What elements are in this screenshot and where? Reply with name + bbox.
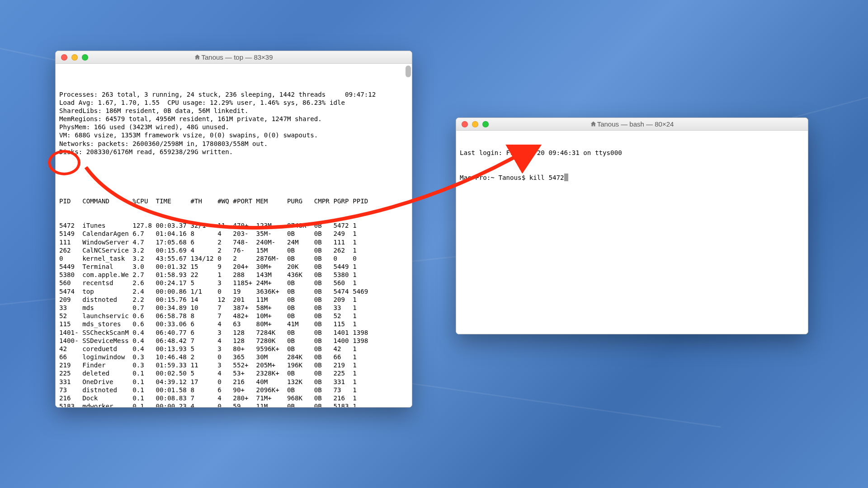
process-table-header: PID COMMAND %CPU TIME #TH #WQ #PORT MEM … [59, 197, 408, 205]
home-icon [590, 121, 596, 127]
summary-line: Processes: 263 total, 3 running, 24 stuc… [59, 90, 408, 99]
process-row: 73 distnoted 0.1 00:01.58 8 6 90+ 2096K+… [59, 386, 408, 394]
process-row: 33 mds 0.7 00:34.89 10 7 387+ 58M+ 0B 0B… [59, 304, 408, 312]
titlebar[interactable]: Tanous — top — 83×39 [56, 51, 412, 64]
window-title: Tanous — bash — 80×24 [456, 120, 808, 128]
process-row: 1400- SSDeviceMess 0.4 06:48.42 7 4 128 … [59, 337, 408, 345]
process-row: 66 loginwindow 0.3 10:46.48 2 0 365 30M … [59, 353, 408, 361]
window-title-text: Tanous — bash — 80×24 [597, 120, 674, 128]
summary-line: MemRegions: 64579 total, 4956M resident,… [59, 115, 408, 123]
process-row: 5449 Terminal 3.0 00:01.32 15 9 204+ 30M… [59, 263, 408, 271]
process-row: 560 recentsd 2.6 00:24.17 5 3 1185+ 24M+… [59, 279, 408, 287]
process-row: 216 Dock 0.1 00:08.83 7 4 280+ 71M+ 968K… [59, 394, 408, 402]
scrollbar-thumb[interactable] [406, 66, 411, 77]
process-row: 1401- SSCheckScanM 0.4 06:40.77 6 3 128 … [59, 328, 408, 337]
process-row: 52 launchservic 0.6 06:58.78 8 7 482+ 10… [59, 312, 408, 320]
process-row: 42 coreduetd 0.4 00:13.93 5 3 80+ 9596K+… [59, 345, 408, 353]
summary-line: Load Avg: 1.67, 1.70, 1.55 CPU usage: 12… [59, 99, 408, 107]
summary-line: Networks: packets: 2600360/2598M in, 178… [59, 140, 408, 148]
process-row: 262 CalNCService 3.2 00:15.69 4 2 76- 15… [59, 246, 408, 254]
traffic-lights [456, 121, 489, 127]
process-row: 111 WindowServer 4.7 17:05.68 6 2 748- 2… [59, 238, 408, 246]
close-icon[interactable] [61, 54, 67, 61]
terminal-window-top[interactable]: Tanous — top — 83×39 Processes: 263 tota… [55, 51, 412, 408]
traffic-lights [56, 54, 88, 61]
terminal-content-bash[interactable]: Last login: Fri Feb 20 09:46:31 on ttys0… [456, 131, 808, 334]
process-row: 225 deleted 0.1 00:02.50 5 4 53+ 2328K+ … [59, 369, 408, 377]
prompt-line[interactable]: Mac-Pro:~ Tanous$ kill 5472 [460, 174, 804, 182]
process-row: 209 distnoted 2.2 00:15.76 14 12 201 11M… [59, 296, 408, 304]
zoom-icon[interactable] [82, 54, 88, 61]
zoom-icon[interactable] [482, 121, 489, 127]
process-row: 5149 CalendarAgen 6.7 01:04.16 8 4 203- … [59, 230, 408, 238]
process-row: 115 mds_stores 0.6 00:33.06 6 4 63 80M+ … [59, 320, 408, 328]
login-line: Last login: Fri Feb 20 09:46:31 on ttys0… [460, 149, 804, 157]
process-row: 331 OneDrive 0.1 04:39.12 17 0 216 40M 1… [59, 378, 408, 386]
home-icon [194, 54, 200, 60]
process-row: 5474 top 2.4 00:00.86 1/1 0 19 3636K+ 0B… [59, 287, 408, 296]
cursor-icon [564, 174, 568, 181]
summary-line: Disks: 208330/6176M read, 659238/29G wri… [59, 148, 408, 156]
summary-line: VM: 688G vsize, 1353M framework vsize, 0… [59, 131, 408, 139]
process-row: 219 Finder 0.3 01:59.33 11 3 552+ 205M+ … [59, 361, 408, 369]
process-row: 0 kernel_task 3.2 43:55.67 134/12 0 2 28… [59, 254, 408, 263]
window-title-text: Tanous — top — 83×39 [201, 53, 273, 61]
process-row: 5380 com.apple.We 2.7 01:58.93 22 1 288 … [59, 271, 408, 279]
terminal-window-bash[interactable]: Tanous — bash — 80×24 Last login: Fri Fe… [456, 117, 808, 334]
close-icon[interactable] [462, 121, 468, 127]
window-title: Tanous — top — 83×39 [56, 53, 412, 61]
process-row: 5183 mdworker 0.1 00:00.23 4 0 59 11M 0B… [59, 402, 408, 407]
minimize-icon[interactable] [472, 121, 478, 127]
minimize-icon[interactable] [71, 54, 78, 61]
process-row: 5472 iTunes 127.8 00:03.37 32/1 11 470+ … [59, 221, 408, 230]
summary-line: SharedLibs: 186M resident, 0B data, 56M … [59, 107, 408, 115]
terminal-content-top[interactable]: Processes: 263 total, 3 running, 24 stuc… [56, 64, 412, 407]
titlebar[interactable]: Tanous — bash — 80×24 [456, 118, 808, 131]
summary-line: PhysMem: 16G used (3423M wired), 48G unu… [59, 123, 408, 131]
